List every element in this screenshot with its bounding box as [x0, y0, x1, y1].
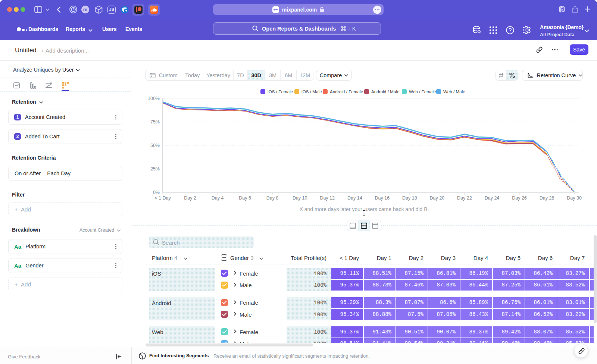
svg-text:0%: 0%	[153, 190, 160, 195]
svg-text:Day 18: Day 18	[402, 195, 417, 201]
svg-text:75%: 75%	[150, 119, 160, 125]
svg-text:Day 12: Day 12	[320, 195, 335, 201]
svg-text:N: N	[561, 8, 564, 12]
svg-text:Day 14: Day 14	[347, 195, 362, 201]
svg-text:25%: 25%	[150, 166, 160, 172]
svg-text:Day 8: Day 8	[266, 195, 279, 201]
svg-text:100%: 100%	[148, 96, 160, 101]
svg-text:Day 30: Day 30	[567, 195, 582, 201]
svg-text:Day 4: Day 4	[212, 195, 224, 201]
svg-text:Day 24: Day 24	[485, 195, 500, 201]
svg-text:Day 28: Day 28	[540, 195, 554, 201]
svg-text:Day 26: Day 26	[512, 195, 527, 201]
svg-text:Day 20: Day 20	[430, 195, 445, 201]
svg-text:Day 16: Day 16	[375, 195, 390, 201]
svg-text:Day 2: Day 2	[184, 195, 196, 201]
svg-text:50%: 50%	[150, 143, 160, 148]
svg-text:< 1 Day: < 1 Day	[154, 195, 171, 201]
svg-text:Day 6: Day 6	[239, 195, 251, 201]
svg-text:Day 10: Day 10	[293, 195, 307, 201]
svg-text:Day 22: Day 22	[457, 195, 472, 201]
